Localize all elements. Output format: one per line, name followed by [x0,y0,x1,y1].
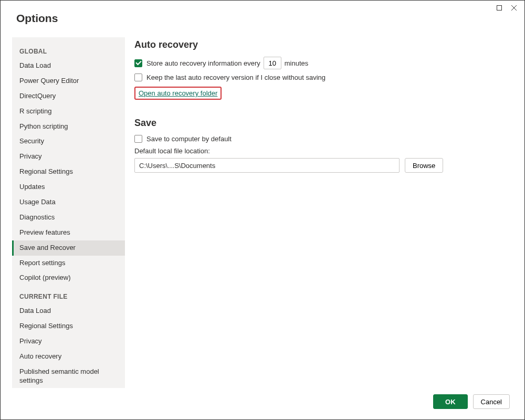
save-to-computer-label: Save to computer by default [146,135,232,143]
store-auto-recovery-row: Store auto recovery information every mi… [134,57,509,69]
save-heading: Save [134,118,509,129]
window-close-button[interactable] [507,2,521,14]
store-label-post: minutes [285,59,309,67]
sidebar-item-diagnostics[interactable]: Diagnostics [12,210,125,225]
save-to-computer-checkbox[interactable] [134,135,142,143]
store-auto-recovery-checkbox[interactable] [134,59,142,67]
default-location-label: Default local file location: [134,147,509,155]
sidebar-item-auto-recovery[interactable]: Auto recovery [12,349,125,364]
open-auto-recovery-folder-link[interactable]: Open auto recovery folder [134,87,222,100]
sidebar-item-report-settings[interactable]: Report settings [12,256,125,271]
sidebar-item-data-load[interactable]: Data Load [12,303,125,319]
sidebar-section-header: GLOBAL [12,40,125,58]
sidebar-item-privacy[interactable]: Privacy [12,149,125,164]
keep-last-version-label: Keep the last auto recovery version if I… [146,74,326,81]
keep-last-version-row: Keep the last auto recovery version if I… [134,74,509,81]
sidebar-item-privacy[interactable]: Privacy [12,334,125,349]
sidebar-item-copilot-preview-[interactable]: Copilot (preview) [12,270,125,286]
cancel-button[interactable]: Cancel [473,394,510,409]
sidebar-item-data-load[interactable]: Data Load [12,58,125,74]
sidebar-item-save-and-recover[interactable]: Save and Recover [12,240,125,256]
sidebar-item-python-scripting[interactable]: Python scripting [12,119,125,134]
default-location-input[interactable] [134,158,400,173]
sidebar-item-directquery[interactable]: DirectQuery [12,89,125,104]
sidebar-item-regional-settings[interactable]: Regional Settings [12,164,125,180]
close-icon [511,5,517,10]
browse-button[interactable]: Browse [405,158,443,173]
maximize-icon [497,5,502,10]
sidebar-item-updates[interactable]: Updates [12,180,125,195]
save-to-computer-row: Save to computer by default [134,135,509,143]
auto-recovery-minutes-input[interactable] [264,57,281,69]
auto-recovery-heading: Auto recovery [134,39,509,50]
sidebar-item-power-query-editor[interactable]: Power Query Editor [12,74,125,89]
sidebar-item-r-scripting[interactable]: R scripting [12,104,125,119]
keep-last-version-checkbox[interactable] [134,74,142,81]
content-pane: Auto recovery Store auto recovery inform… [134,37,513,388]
sidebar-item-regional-settings[interactable]: Regional Settings [12,319,125,334]
store-label-pre: Store auto recovery information every [146,59,260,67]
ok-button[interactable]: OK [433,394,468,409]
svg-rect-0 [497,6,502,10]
window-maximize-button[interactable] [492,2,507,14]
sidebar: GLOBALData LoadPower Query EditorDirectQ… [12,37,125,388]
dialog-title: Options [16,12,58,25]
sidebar-section-header: CURRENT FILE [12,286,125,303]
sidebar-item-usage-data[interactable]: Usage Data [12,195,125,210]
sidebar-item-security[interactable]: Security [12,134,125,149]
sidebar-item-preview-features[interactable]: Preview features [12,225,125,240]
sidebar-item-published-semantic-model-settings[interactable]: Published semantic model settings [12,364,125,388]
